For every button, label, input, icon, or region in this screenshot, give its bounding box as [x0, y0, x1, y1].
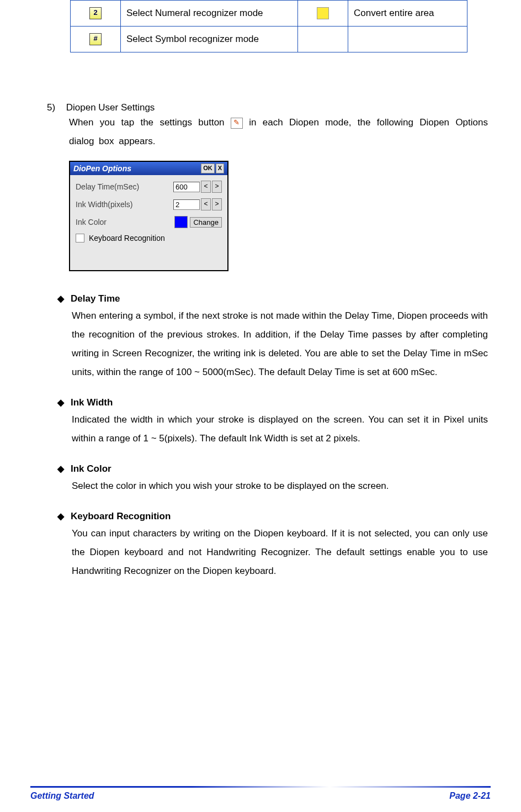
increment-button[interactable]: >	[212, 181, 222, 193]
symbol-mode-icon: #	[89, 33, 102, 45]
decrement-button[interactable]: <	[201, 198, 211, 210]
settings-icon	[231, 118, 243, 129]
text: When you tap the settings button	[69, 117, 231, 128]
bullet-heading: ◆Delay Time	[55, 293, 488, 304]
bullet-delay-time: ◆Delay Time When entering a symbol, if t…	[55, 293, 488, 382]
diamond-icon: ◆	[57, 512, 64, 521]
footer-row: Getting Started Page 2-21	[30, 791, 491, 801]
delay-time-row: Delay Time(mSec) < >	[76, 181, 222, 193]
section-body: When you tap the settings button in each…	[69, 113, 488, 151]
diopen-options-dialog: DioPen Options OK X Delay Time(mSec) < >…	[69, 161, 228, 271]
bullet-body: Select the color in which you wish your …	[72, 477, 488, 495]
icon-cell: #	[71, 27, 121, 52]
dialog-title: DioPen Options	[73, 164, 200, 173]
bullet-heading: ◆Ink Color	[55, 463, 488, 474]
ink-color-swatch	[174, 216, 188, 228]
ink-width-label: Ink Width(pixels)	[76, 200, 173, 209]
section-number: 5)	[47, 102, 63, 113]
icon-cell	[298, 1, 348, 27]
ink-width-row: Ink Width(pixels) < >	[76, 198, 222, 210]
convert-area-icon	[317, 7, 329, 19]
delay-time-label: Delay Time(mSec)	[76, 182, 173, 191]
bullet-body: You can input characters by writing on t…	[72, 524, 488, 581]
page-footer: Getting Started Page 2-21	[30, 786, 491, 801]
table-cell: Select Symbol recognizer mode	[121, 27, 298, 52]
number-mode-icon: 2	[89, 7, 102, 19]
ok-button[interactable]: OK	[201, 164, 215, 173]
section-header: 5) Diopen User Settings	[47, 102, 488, 113]
footer-divider	[30, 786, 491, 788]
delay-time-input[interactable]	[173, 182, 200, 192]
decrement-button[interactable]: <	[201, 181, 211, 193]
bullet-title: Ink Width	[71, 397, 113, 408]
icon-cell	[298, 27, 348, 52]
table-cell: Select Numeral recognizer mode	[121, 1, 298, 27]
bullet-heading: ◆Ink Width	[55, 397, 488, 408]
keyboard-recognition-checkbox[interactable]	[76, 234, 84, 242]
bullet-list: ◆Delay Time When entering a symbol, if t…	[55, 293, 488, 581]
dialog-body: Delay Time(mSec) < > Ink Width(pixels) <…	[70, 175, 227, 270]
delay-time-spinner: < >	[200, 181, 222, 193]
bullet-keyboard-recognition: ◆Keyboard Recognition You can input char…	[55, 511, 488, 581]
icon-cell: 2	[71, 1, 121, 27]
keyboard-recognition-label: Keyboard Recognition	[89, 234, 165, 242]
diamond-icon: ◆	[57, 398, 64, 407]
ink-color-row: Ink Color Change	[76, 216, 222, 228]
ink-width-input[interactable]	[173, 199, 200, 210]
change-color-button[interactable]: Change	[190, 217, 222, 228]
bullet-title: Delay Time	[71, 293, 120, 304]
bullet-title: Ink Color	[71, 463, 111, 474]
bullet-title: Keyboard Recognition	[71, 511, 171, 521]
dialog-titlebar: DioPen Options OK X	[70, 162, 227, 175]
increment-button[interactable]: >	[212, 198, 222, 210]
mode-table: 2 Select Numeral recognizer mode Convert…	[70, 0, 467, 52]
ink-color-label: Ink Color	[76, 218, 174, 226]
bullet-heading: ◆Keyboard Recognition	[55, 511, 488, 522]
bullet-ink-color: ◆Ink Color Select the color in which you…	[55, 463, 488, 495]
table-row: 2 Select Numeral recognizer mode Convert…	[71, 1, 467, 27]
table-cell	[348, 27, 467, 52]
table-row: # Select Symbol recognizer mode	[71, 27, 467, 52]
footer-left: Getting Started	[30, 791, 94, 801]
footer-right: Page 2-21	[449, 791, 491, 801]
bullet-body: Indicated the width in which your stroke…	[72, 410, 488, 448]
diamond-icon: ◆	[57, 294, 64, 303]
table-cell: Convert entire area	[348, 1, 467, 27]
close-button[interactable]: X	[216, 164, 224, 173]
bullet-ink-width: ◆Ink Width Indicated the width in which …	[55, 397, 488, 448]
diamond-icon: ◆	[57, 464, 64, 473]
ink-width-spinner: < >	[200, 198, 222, 210]
keyboard-recognition-row: Keyboard Recognition	[76, 234, 222, 242]
section-title: Diopen User Settings	[66, 102, 155, 113]
bullet-body: When entering a symbol, if the next stro…	[72, 307, 488, 382]
